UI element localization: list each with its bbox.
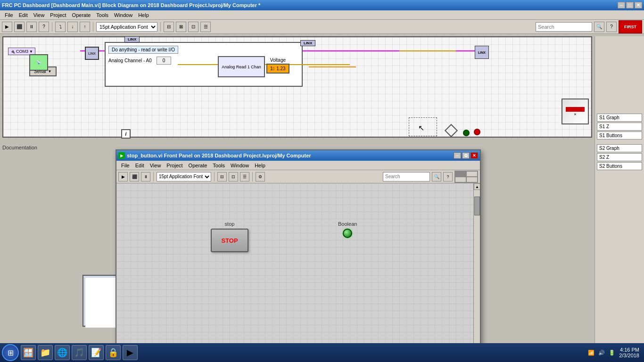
step-out-btn[interactable]: ↑ [80,22,90,32]
linx-block-right: LINX [475,46,489,59]
inner-scrollbar-v[interactable]: ▲ ▼ [473,183,480,348]
context-help-btn[interactable]: ? [39,22,49,32]
step-into-btn[interactable]: ↓ [67,22,78,32]
voltage-block: Voltage 1⃣ 1.23 [266,58,289,74]
folder-icon: 📁 [40,347,50,358]
inner-run-btn[interactable]: ▶ [118,172,128,181]
menu-file[interactable]: File [2,11,16,19]
inner-sep2 [214,172,215,181]
inner-align-btn[interactable]: ⊟ [217,172,227,181]
inner-help-btn[interactable]: ? [443,172,453,181]
distribute-btn[interactable]: ⊠ [176,22,186,32]
battery-icon: 🔋 [609,350,615,356]
run-arrow-btn[interactable]: ▶ [2,22,12,32]
help-btn[interactable]: ? [606,22,617,32]
inner-resize-btn[interactable]: ⊡ [229,172,238,181]
right-vi-icon: ✕ [561,99,589,124]
menu-window[interactable]: Window [111,11,135,19]
volume-icon: 🔊 [598,350,605,356]
select-node [445,124,458,137]
scroll-thumb[interactable] [474,197,480,215]
menu-help[interactable]: Help [135,11,152,19]
inner-stop-btn[interactable]: ⬛ [130,172,139,181]
boolean-container: Boolean [338,221,357,238]
selection-box [409,117,437,136]
inner-toolbar: ▶ ⬛ ⏸ 15pt Application Font ⊟ ⊡ ☰ ⚙ 🔍 ? [116,170,480,183]
inner-menu-edit[interactable]: Edit [132,162,147,169]
title-bar: FRC PC Dashboard [Dashboard Main.vi] Blo… [0,0,644,10]
sidebar-s2-graph[interactable]: S2 Graph [597,144,642,152]
menu-bar: File Edit View Project Operate Tools Win… [0,10,644,20]
inner-menu-view[interactable]: View [147,162,164,169]
documentation-label: Documentation [2,145,37,150]
inner-menu-operate[interactable]: Operate [186,162,210,169]
taskbar-security[interactable]: 🔒 [106,345,121,360]
sidebar-s1-buttons[interactable]: S1 Buttons [597,132,642,140]
inner-restore[interactable]: ⧉ [462,152,470,159]
taskbar-labview[interactable]: ▶ [123,345,138,360]
inner-menu-window[interactable]: Window [228,162,252,169]
taskbar-media[interactable]: 🎵 [72,345,87,360]
resize-btn[interactable]: ⊡ [188,22,198,32]
stop-label: stop [225,221,235,227]
menu-edit[interactable]: Edit [16,11,31,19]
inner-menu-tools[interactable]: Tools [210,162,228,169]
inner-minimize[interactable]: ─ [454,152,461,159]
inner-title-buttons: ─ ⧉ ✕ [454,152,478,159]
green-indicator [463,130,470,136]
inner-close[interactable]: ✕ [471,152,478,159]
taskbar-browser[interactable]: 🌐 [55,345,70,360]
inner-menu-help[interactable]: Help [252,162,268,169]
inner-sep1 [153,172,154,181]
close-button[interactable]: ✕ [635,2,642,8]
start-button[interactable]: ⊞ [2,344,19,361]
do-anything-label: Do anything - read or write I/O [108,46,178,54]
inner-extra-btn[interactable]: ⚙ [256,172,265,181]
clock: 4:16 PM 2/3/2018 [619,347,639,358]
inner-reorder-btn[interactable]: ☰ [240,172,249,181]
search-button[interactable]: 🔍 [594,22,604,32]
inner-search-input[interactable] [383,172,430,181]
taskbar-notepad[interactable]: 📝 [89,345,104,360]
align-btn[interactable]: ⊟ [164,22,174,32]
inner-menu-file[interactable]: File [118,162,132,169]
inner-pause-btn[interactable]: ⏸ [141,172,150,181]
inner-title-text: ▶ stop_button.vi Front Panel on 2018 Das… [118,152,311,159]
reorder-btn[interactable]: ☰ [200,22,211,32]
stop-all-btn[interactable]: ⬛ [14,22,25,32]
inner-font-dropdown[interactable]: 15pt Application Font [157,172,211,181]
wire-top-right [399,50,456,51]
taskbar-folder[interactable]: 📁 [38,345,53,360]
media-icon: 🎵 [74,347,84,358]
linx-block-top-right: LINX [300,40,315,46]
maximize-button[interactable]: □ [626,2,634,8]
font-dropdown[interactable]: 15pt Application Font [96,22,157,32]
taskbar-explorer[interactable]: 🪟 [21,345,36,360]
sidebar-s1-z[interactable]: S1 Z [597,123,642,131]
block-diagram[interactable]: LINX 🔌 COM3 ▼ Serial ▼ 📡 LINX Do anythin… [2,36,592,138]
menu-project[interactable]: Project [47,11,69,19]
linx-title: LINX [124,36,140,42]
inner-menu-project[interactable]: Project [164,162,185,169]
stop-button[interactable]: STOP [211,229,248,252]
inner-panel: stop STOP Boolean ▲ ▼ [116,183,480,348]
menu-tools[interactable]: Tools [93,11,111,19]
minimize-button[interactable]: ─ [618,2,625,8]
analog-read-block: Analog Read 1 Chan [218,56,265,77]
windows-logo: ⊞ [8,348,14,357]
menu-view[interactable]: View [31,11,48,19]
wire-y1 [178,64,218,65]
sidebar-s1-graph[interactable]: S1 Graph [597,114,642,122]
inner-search-btn[interactable]: 🔍 [432,172,441,181]
inner-title-icon: ▶ [118,152,125,159]
pause-btn[interactable]: ⏸ [26,22,37,32]
sep2 [93,22,93,32]
menu-operate[interactable]: Operate [69,11,94,19]
linx-block-left: LINX [85,47,99,60]
sidebar-s2-buttons[interactable]: S2 Buttons [597,162,642,170]
step-over-btn[interactable]: ⤵ [55,22,66,32]
scroll-up-btn[interactable]: ▲ [474,183,480,190]
sidebar-s2-z[interactable]: S2 Z [597,153,642,161]
search-input[interactable] [536,22,592,32]
serial-icon-block: 📡 [29,54,48,71]
